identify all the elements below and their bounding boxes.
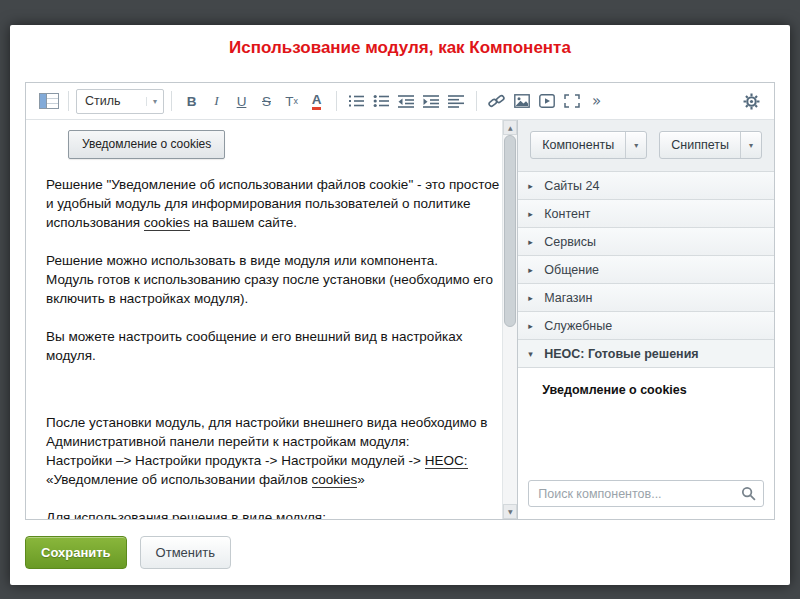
editor-dialog: Использование модуля, как Компонента Сти… — [10, 25, 790, 585]
chevron-right-icon: ▸ — [528, 265, 537, 275]
outdent-button[interactable] — [394, 89, 419, 114]
dialog-footer: Сохранить Отменить — [25, 536, 231, 569]
style-select[interactable]: Стиль ▾ — [76, 89, 164, 114]
fullscreen-button[interactable] — [559, 89, 584, 114]
outdent-icon — [398, 94, 415, 108]
paragraph: После установки модуль, для настройки вн… — [46, 413, 502, 489]
editor-toolbar: Стиль ▾ B I U S Tx A — [26, 83, 774, 120]
scrollbar-up-button[interactable]: ▲ — [503, 120, 517, 135]
align-button[interactable] — [444, 89, 469, 114]
indent-icon — [423, 94, 440, 108]
search-input[interactable] — [528, 480, 764, 507]
chevron-down-icon[interactable]: ▾ — [740, 132, 761, 158]
section-shop[interactable]: ▸ Магазин — [518, 284, 774, 312]
spellcheck-word: cookies — [312, 472, 358, 488]
text-color-button[interactable]: A — [312, 93, 322, 110]
section-communication[interactable]: ▸ Общение — [518, 256, 774, 284]
chevron-right-icon: ▸ — [528, 181, 537, 191]
strikethrough-button[interactable]: S — [254, 89, 279, 114]
scrollbar-thumb[interactable] — [504, 135, 516, 327]
bold-button[interactable]: B — [179, 89, 204, 114]
paragraph: Решение можно использовать в виде модуля… — [46, 251, 502, 308]
ordered-list-icon — [348, 94, 365, 108]
chevron-right-icon: ▸ — [528, 293, 537, 303]
spellcheck-word: cookies — [144, 215, 190, 231]
indent-button[interactable] — [419, 89, 444, 114]
spellcheck-word: НЕОС: — [425, 453, 468, 469]
toolbar-divider — [476, 91, 477, 111]
component-search-row — [518, 474, 774, 519]
components-panel-toggle-button[interactable] — [36, 89, 61, 114]
component-item-cookies[interactable]: Уведомление о cookies — [518, 368, 774, 397]
cancel-button[interactable]: Отменить — [140, 536, 231, 569]
align-icon — [448, 94, 465, 108]
paragraph: Вы можете настроить сообщение и его внеш… — [46, 327, 502, 365]
video-button[interactable] — [534, 89, 559, 114]
unordered-list-icon — [373, 94, 390, 108]
chevron-right-icon: ▸ — [528, 321, 537, 331]
more-tools-button[interactable]: » — [584, 89, 609, 114]
paragraph: Решение "Уведомление об использовании фа… — [46, 175, 502, 232]
chevron-down-icon[interactable]: ▾ — [625, 132, 646, 158]
components-panel-icon — [39, 93, 59, 109]
search-icon — [741, 486, 756, 501]
components-panel: Компоненты ▾ Сниппеты ▾ ▸ Сайты 24 ▸ — [517, 120, 774, 519]
scrollbar-down-button[interactable]: ▼ — [503, 504, 517, 519]
settings-button[interactable] — [739, 89, 764, 114]
gear-icon — [743, 93, 760, 110]
chevron-right-icon: ▸ — [528, 209, 537, 219]
italic-button[interactable]: I — [204, 89, 229, 114]
underline-button[interactable]: U — [229, 89, 254, 114]
page-title: Использование модуля, как Компонента — [10, 25, 790, 58]
save-button[interactable]: Сохранить — [25, 536, 127, 569]
search-button[interactable] — [741, 486, 756, 505]
ordered-list-button[interactable] — [344, 89, 369, 114]
style-select-label: Стиль — [85, 94, 121, 108]
components-accordion: ▸ Сайты 24 ▸ Контент ▸ Сервисы ▸ Общение — [518, 171, 774, 368]
editor-main: Уведомление о cookies Решение "Уведомлен… — [26, 120, 774, 519]
toolbar-divider — [68, 91, 69, 111]
components-button[interactable]: Компоненты ▾ — [530, 131, 647, 159]
toolbar-divider — [171, 91, 172, 111]
link-icon — [488, 94, 506, 108]
section-utility[interactable]: ▸ Служебные — [518, 312, 774, 340]
editor-scrollbar[interactable]: ▲ ▼ — [502, 120, 517, 519]
scrollbar-track[interactable] — [503, 135, 517, 504]
section-children: Уведомление о cookies — [518, 368, 774, 474]
section-neos-solutions[interactable]: ▾ НЕОС: Готовые решения — [518, 340, 774, 368]
image-icon — [514, 94, 530, 108]
link-button[interactable] — [484, 89, 509, 114]
clear-format-button[interactable]: Tx — [279, 89, 304, 114]
chevron-right-icon: ▸ — [528, 237, 537, 247]
toolbar-divider — [336, 91, 337, 111]
video-icon — [539, 94, 555, 108]
section-sites24[interactable]: ▸ Сайты 24 — [518, 172, 774, 200]
image-button[interactable] — [509, 89, 534, 114]
editor-content[interactable]: Уведомление о cookies Решение "Уведомлен… — [26, 120, 502, 519]
paragraph: Для использования решения в виде модуля: — [46, 508, 502, 519]
panel-buttons-row: Компоненты ▾ Сниппеты ▾ — [518, 120, 774, 171]
snippets-button[interactable]: Сниппеты ▾ — [659, 131, 762, 159]
wysiwyg-editor: Стиль ▾ B I U S Tx A — [25, 82, 775, 520]
fullscreen-icon — [564, 94, 580, 108]
section-content[interactable]: ▸ Контент — [518, 200, 774, 228]
chevron-down-icon: ▾ — [146, 97, 157, 106]
unordered-list-button[interactable] — [369, 89, 394, 114]
chevron-down-icon: ▾ — [528, 349, 537, 359]
section-services[interactable]: ▸ Сервисы — [518, 228, 774, 256]
component-chip[interactable]: Уведомление о cookies — [68, 130, 225, 159]
